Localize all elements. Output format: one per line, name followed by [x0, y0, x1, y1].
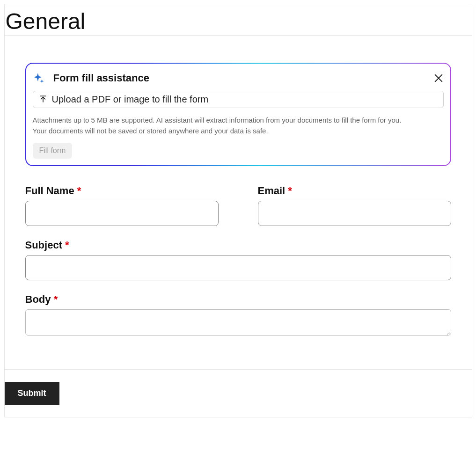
required-indicator: *	[77, 185, 81, 197]
required-indicator: *	[288, 185, 292, 197]
assist-header-left: Form fill assistance	[33, 72, 149, 84]
assist-help-line-1: Attachments up to 5 MB are supported. AI…	[33, 115, 444, 125]
fields-row-1: Full Name * Email *	[25, 185, 451, 226]
fill-form-button[interactable]: Fill form	[33, 143, 73, 159]
page-title: General	[5, 8, 472, 36]
field-email: Email *	[258, 185, 451, 226]
full-name-label-text: Full Name	[25, 185, 74, 197]
subject-label-text: Subject	[25, 239, 62, 251]
assist-header: Form fill assistance	[33, 72, 444, 84]
required-indicator: *	[54, 293, 58, 305]
subject-label: Subject *	[25, 239, 451, 251]
full-name-label: Full Name *	[25, 185, 219, 197]
close-icon[interactable]	[433, 73, 444, 83]
field-subject: Subject *	[25, 239, 451, 280]
upload-prompt: Upload a PDF or image to fill the form	[52, 94, 209, 105]
email-label: Email *	[258, 185, 451, 197]
body-label-text: Body	[25, 293, 51, 305]
form-area: Form fill assistance	[5, 39, 472, 370]
body-textarea[interactable]	[25, 309, 451, 336]
form-container: General Form fill assistance	[4, 4, 472, 417]
field-body: Body *	[25, 293, 451, 337]
email-label-text: Email	[258, 185, 286, 197]
upload-icon	[39, 95, 47, 103]
upload-zone[interactable]: Upload a PDF or image to fill the form	[33, 91, 444, 108]
assist-help-text: Attachments up to 5 MB are supported. AI…	[33, 115, 444, 137]
body-label: Body *	[25, 293, 451, 306]
assist-help-line-2: Your documents will not be saved or stor…	[33, 125, 444, 136]
field-full-name: Full Name *	[25, 185, 219, 226]
assist-title: Form fill assistance	[53, 72, 149, 84]
form-fill-assistance-inner: Form fill assistance	[26, 64, 450, 166]
form-fill-assistance-panel: Form fill assistance	[25, 63, 451, 167]
form-footer: Submit	[5, 369, 472, 417]
full-name-input[interactable]	[25, 201, 219, 226]
submit-button[interactable]: Submit	[5, 382, 59, 405]
email-input[interactable]	[258, 201, 451, 226]
required-indicator: *	[65, 239, 69, 251]
sparkle-icon	[33, 72, 45, 84]
subject-input[interactable]	[25, 255, 451, 280]
